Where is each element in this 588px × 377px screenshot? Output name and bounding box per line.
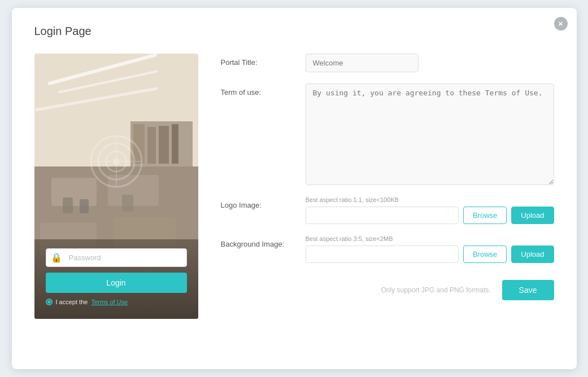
logo-browse-button[interactable]: Browse [463,207,507,224]
bottom-row: Only support JPG and PNG formats. Save [221,280,554,300]
background-file-input-row: Browse Upload [306,246,554,263]
background-hint: Best aspect ratio 3:5, size<2MB [306,235,554,242]
svg-rect-13 [172,124,178,164]
background-upload-area: Best aspect ratio 3:5, size<2MB Browse U… [306,235,554,263]
background-image-row: Background Image: Best aspect ratio 3:5,… [221,235,554,263]
preview-password-placeholder: Password [66,253,101,262]
term-of-use-input[interactable] [306,84,554,185]
terms-link[interactable]: Terms of Use [91,299,128,305]
svg-rect-11 [147,127,156,164]
terms-radio [46,299,53,305]
preview-panel: 🔒 Password Login I accept the Terms of U… [34,54,198,319]
preview-login-button[interactable]: Login [46,273,187,293]
content-area: 🔒 Password Login I accept the Terms of U… [34,54,554,319]
login-overlay: 🔒 Password Login I accept the Terms of U… [34,239,198,319]
logo-file-input[interactable] [306,207,459,224]
portal-title-row: Portal Title: [221,54,554,72]
svg-rect-15 [80,199,89,213]
logo-image-label: Logo Image: [221,196,306,209]
login-page-modal: × Login Page [12,8,577,369]
logo-file-input-row: Browse Upload [306,207,554,224]
term-of-use-row: Term of use: [221,84,554,185]
svg-rect-14 [63,198,73,213]
logo-hint: Best aspect ratio 1:1, size<100KB [306,196,554,203]
preview-image: 🔒 Password Login I accept the Terms of U… [34,54,198,319]
preview-terms-row: I accept the Terms of Use [46,299,187,305]
term-of-use-label: Term of use: [221,84,306,97]
background-image-label: Background Image: [221,235,306,248]
portal-title-input[interactable] [306,54,419,72]
format-hint: Only support JPG and PNG formats. [381,286,491,294]
background-browse-button[interactable]: Browse [463,246,507,263]
lock-icon: 🔒 [51,252,62,263]
form-panel: Portal Title: Term of use: Logo Image: B… [221,54,554,319]
modal-title: Login Page [34,25,554,38]
svg-rect-12 [159,126,169,164]
background-file-input[interactable] [306,246,459,263]
logo-image-row: Logo Image: Best aspect ratio 1:1, size<… [221,196,554,224]
close-button[interactable]: × [554,17,568,30]
close-icon: × [558,19,563,28]
background-upload-button[interactable]: Upload [511,246,554,263]
logo-upload-button[interactable]: Upload [511,207,554,224]
save-button[interactable]: Save [502,280,554,300]
terms-prefix: I accept the [56,299,88,305]
preview-password-field: 🔒 Password [46,248,187,267]
svg-rect-16 [122,195,133,212]
wifi-target-icon [88,133,145,191]
logo-upload-area: Best aspect ratio 1:1, size<100KB Browse… [306,196,554,224]
portal-title-label: Portal Title: [221,54,306,67]
